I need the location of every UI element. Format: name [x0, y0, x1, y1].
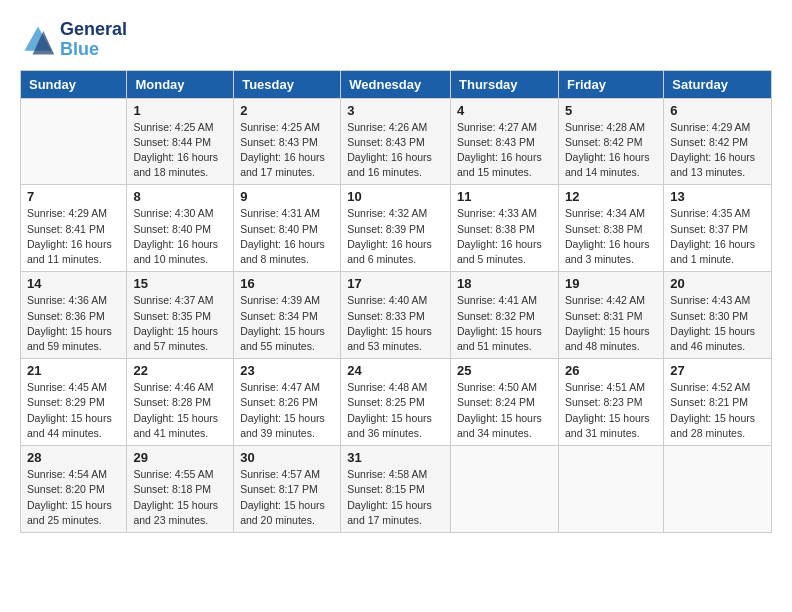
calendar-cell: 1 Sunrise: 4:25 AM Sunset: 8:44 PM Dayli…: [127, 98, 234, 185]
week-row-1: 1 Sunrise: 4:25 AM Sunset: 8:44 PM Dayli…: [21, 98, 772, 185]
sunrise-text: Sunrise: 4:45 AM: [27, 381, 107, 393]
day-number: 18: [457, 276, 552, 291]
sunset-text: Sunset: 8:34 PM: [240, 310, 318, 322]
sunrise-text: Sunrise: 4:27 AM: [457, 121, 537, 133]
sunrise-text: Sunrise: 4:57 AM: [240, 468, 320, 480]
calendar-cell: 15 Sunrise: 4:37 AM Sunset: 8:35 PM Dayl…: [127, 272, 234, 359]
day-info: Sunrise: 4:47 AM Sunset: 8:26 PM Dayligh…: [240, 380, 334, 441]
day-info: Sunrise: 4:32 AM Sunset: 8:39 PM Dayligh…: [347, 206, 444, 267]
sunset-text: Sunset: 8:20 PM: [27, 483, 105, 495]
daylight-text: Daylight: 16 hours and 14 minutes.: [565, 151, 650, 178]
sunrise-text: Sunrise: 4:33 AM: [457, 207, 537, 219]
weekday-header-monday: Monday: [127, 70, 234, 98]
day-info: Sunrise: 4:34 AM Sunset: 8:38 PM Dayligh…: [565, 206, 657, 267]
calendar-cell: 9 Sunrise: 4:31 AM Sunset: 8:40 PM Dayli…: [234, 185, 341, 272]
day-number: 16: [240, 276, 334, 291]
weekday-header-wednesday: Wednesday: [341, 70, 451, 98]
calendar-cell: 28 Sunrise: 4:54 AM Sunset: 8:20 PM Dayl…: [21, 446, 127, 533]
sunset-text: Sunset: 8:40 PM: [133, 223, 211, 235]
sunrise-text: Sunrise: 4:42 AM: [565, 294, 645, 306]
sunset-text: Sunset: 8:29 PM: [27, 396, 105, 408]
day-info: Sunrise: 4:48 AM Sunset: 8:25 PM Dayligh…: [347, 380, 444, 441]
daylight-text: Daylight: 16 hours and 8 minutes.: [240, 238, 325, 265]
calendar-cell: 8 Sunrise: 4:30 AM Sunset: 8:40 PM Dayli…: [127, 185, 234, 272]
daylight-text: Daylight: 16 hours and 13 minutes.: [670, 151, 755, 178]
sunrise-text: Sunrise: 4:25 AM: [133, 121, 213, 133]
sunrise-text: Sunrise: 4:29 AM: [27, 207, 107, 219]
day-info: Sunrise: 4:29 AM Sunset: 8:41 PM Dayligh…: [27, 206, 120, 267]
weekday-header-saturday: Saturday: [664, 70, 772, 98]
sunrise-text: Sunrise: 4:43 AM: [670, 294, 750, 306]
calendar-cell: 24 Sunrise: 4:48 AM Sunset: 8:25 PM Dayl…: [341, 359, 451, 446]
day-info: Sunrise: 4:55 AM Sunset: 8:18 PM Dayligh…: [133, 467, 227, 528]
sunset-text: Sunset: 8:30 PM: [670, 310, 748, 322]
page-header: General Blue: [20, 20, 772, 60]
calendar-cell: 20 Sunrise: 4:43 AM Sunset: 8:30 PM Dayl…: [664, 272, 772, 359]
sunset-text: Sunset: 8:33 PM: [347, 310, 425, 322]
sunrise-text: Sunrise: 4:48 AM: [347, 381, 427, 393]
sunset-text: Sunset: 8:18 PM: [133, 483, 211, 495]
calendar-cell: 2 Sunrise: 4:25 AM Sunset: 8:43 PM Dayli…: [234, 98, 341, 185]
day-number: 3: [347, 103, 444, 118]
sunset-text: Sunset: 8:39 PM: [347, 223, 425, 235]
sunrise-text: Sunrise: 4:25 AM: [240, 121, 320, 133]
calendar-cell: 17 Sunrise: 4:40 AM Sunset: 8:33 PM Dayl…: [341, 272, 451, 359]
sunrise-text: Sunrise: 4:52 AM: [670, 381, 750, 393]
logo: General Blue: [20, 20, 127, 60]
sunrise-text: Sunrise: 4:36 AM: [27, 294, 107, 306]
sunset-text: Sunset: 8:43 PM: [347, 136, 425, 148]
daylight-text: Daylight: 16 hours and 18 minutes.: [133, 151, 218, 178]
sunset-text: Sunset: 8:26 PM: [240, 396, 318, 408]
day-info: Sunrise: 4:29 AM Sunset: 8:42 PM Dayligh…: [670, 120, 765, 181]
sunrise-text: Sunrise: 4:40 AM: [347, 294, 427, 306]
daylight-text: Daylight: 15 hours and 55 minutes.: [240, 325, 325, 352]
weekday-header-friday: Friday: [558, 70, 663, 98]
day-info: Sunrise: 4:26 AM Sunset: 8:43 PM Dayligh…: [347, 120, 444, 181]
sunrise-text: Sunrise: 4:30 AM: [133, 207, 213, 219]
day-info: Sunrise: 4:28 AM Sunset: 8:42 PM Dayligh…: [565, 120, 657, 181]
day-info: Sunrise: 4:45 AM Sunset: 8:29 PM Dayligh…: [27, 380, 120, 441]
day-number: 15: [133, 276, 227, 291]
day-info: Sunrise: 4:35 AM Sunset: 8:37 PM Dayligh…: [670, 206, 765, 267]
calendar-cell: 22 Sunrise: 4:46 AM Sunset: 8:28 PM Dayl…: [127, 359, 234, 446]
day-number: 11: [457, 189, 552, 204]
sunrise-text: Sunrise: 4:55 AM: [133, 468, 213, 480]
sunset-text: Sunset: 8:44 PM: [133, 136, 211, 148]
daylight-text: Daylight: 15 hours and 51 minutes.: [457, 325, 542, 352]
day-info: Sunrise: 4:37 AM Sunset: 8:35 PM Dayligh…: [133, 293, 227, 354]
sunrise-text: Sunrise: 4:32 AM: [347, 207, 427, 219]
sunrise-text: Sunrise: 4:51 AM: [565, 381, 645, 393]
sunrise-text: Sunrise: 4:46 AM: [133, 381, 213, 393]
daylight-text: Daylight: 15 hours and 23 minutes.: [133, 499, 218, 526]
day-number: 8: [133, 189, 227, 204]
daylight-text: Daylight: 16 hours and 5 minutes.: [457, 238, 542, 265]
calendar-cell: [451, 446, 559, 533]
sunrise-text: Sunrise: 4:47 AM: [240, 381, 320, 393]
day-number: 5: [565, 103, 657, 118]
sunset-text: Sunset: 8:24 PM: [457, 396, 535, 408]
sunrise-text: Sunrise: 4:34 AM: [565, 207, 645, 219]
day-number: 17: [347, 276, 444, 291]
day-info: Sunrise: 4:50 AM Sunset: 8:24 PM Dayligh…: [457, 380, 552, 441]
logo-icon: [20, 22, 56, 58]
day-info: Sunrise: 4:51 AM Sunset: 8:23 PM Dayligh…: [565, 380, 657, 441]
day-number: 19: [565, 276, 657, 291]
calendar-cell: 5 Sunrise: 4:28 AM Sunset: 8:42 PM Dayli…: [558, 98, 663, 185]
sunset-text: Sunset: 8:36 PM: [27, 310, 105, 322]
sunset-text: Sunset: 8:42 PM: [565, 136, 643, 148]
calendar-cell: 11 Sunrise: 4:33 AM Sunset: 8:38 PM Dayl…: [451, 185, 559, 272]
calendar-cell: [664, 446, 772, 533]
day-info: Sunrise: 4:41 AM Sunset: 8:32 PM Dayligh…: [457, 293, 552, 354]
daylight-text: Daylight: 16 hours and 11 minutes.: [27, 238, 112, 265]
day-number: 20: [670, 276, 765, 291]
day-number: 25: [457, 363, 552, 378]
day-number: 24: [347, 363, 444, 378]
calendar-cell: [558, 446, 663, 533]
daylight-text: Daylight: 16 hours and 10 minutes.: [133, 238, 218, 265]
calendar-cell: 13 Sunrise: 4:35 AM Sunset: 8:37 PM Dayl…: [664, 185, 772, 272]
day-number: 1: [133, 103, 227, 118]
sunset-text: Sunset: 8:25 PM: [347, 396, 425, 408]
day-info: Sunrise: 4:46 AM Sunset: 8:28 PM Dayligh…: [133, 380, 227, 441]
day-number: 23: [240, 363, 334, 378]
week-row-4: 21 Sunrise: 4:45 AM Sunset: 8:29 PM Dayl…: [21, 359, 772, 446]
